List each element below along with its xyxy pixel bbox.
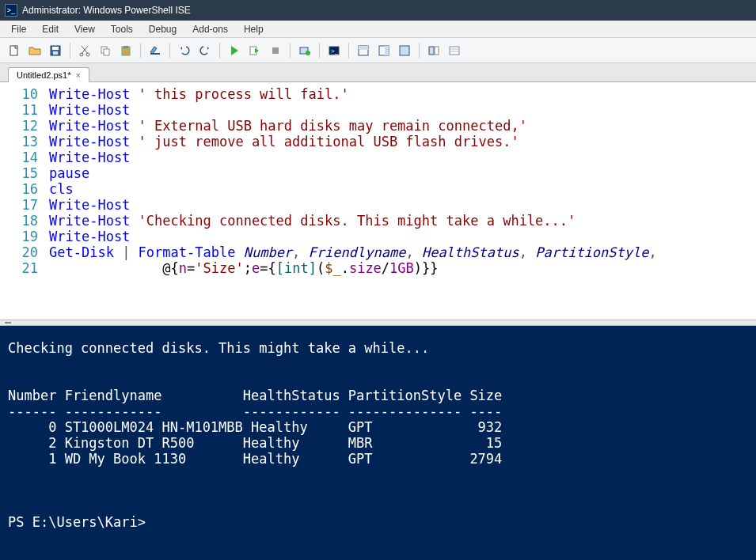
- toolbar-separator: [348, 43, 349, 59]
- menu-bar: File Edit View Tools Debug Add-ons Help: [0, 21, 756, 38]
- svg-rect-10: [150, 53, 160, 55]
- code-content[interactable]: Get-Disk | Format-Table Number, Friendly…: [49, 244, 756, 260]
- code-content[interactable]: Write-Host: [49, 229, 756, 244]
- line-number: 15: [0, 165, 49, 181]
- code-line[interactable]: 11Write-Host: [0, 102, 756, 118]
- line-number: 11: [0, 102, 49, 118]
- menu-file[interactable]: File: [3, 22, 34, 36]
- svg-rect-25: [450, 48, 458, 50]
- toolbar-separator: [70, 43, 70, 59]
- svg-point-14: [306, 51, 310, 55]
- code-content[interactable]: cls: [49, 181, 756, 197]
- menu-tools[interactable]: Tools: [103, 22, 141, 36]
- line-number: 10: [0, 86, 49, 102]
- code-content[interactable]: @{n='Size';e={[int]($_.size/1GB)}}: [49, 260, 756, 276]
- code-line[interactable]: 16cls: [0, 181, 756, 197]
- code-content[interactable]: Write-Host: [49, 102, 756, 118]
- svg-rect-22: [429, 47, 434, 55]
- toolbar-separator: [140, 43, 141, 59]
- run-selection-button[interactable]: [245, 41, 264, 60]
- line-number: 19: [0, 229, 49, 244]
- menu-edit[interactable]: Edit: [34, 22, 66, 36]
- svg-rect-0: [10, 46, 17, 55]
- toolbar-separator: [169, 43, 170, 59]
- new-button[interactable]: [5, 41, 24, 60]
- clear-button[interactable]: [146, 41, 165, 60]
- stop-button[interactable]: [266, 41, 285, 60]
- svg-text:>_: >_: [331, 47, 339, 55]
- close-icon[interactable]: ×: [76, 70, 81, 80]
- code-content[interactable]: Write-Host ' just remove all additional …: [49, 134, 756, 149]
- paste-button[interactable]: [116, 41, 135, 60]
- svg-rect-7: [104, 49, 109, 55]
- svg-rect-2: [52, 47, 59, 50]
- code-line[interactable]: 10Write-Host ' this process will fail.': [0, 86, 756, 102]
- code-line[interactable]: 17Write-Host: [0, 197, 756, 213]
- code-content[interactable]: Write-Host ' this process will fail.': [49, 86, 756, 102]
- code-line[interactable]: 21 @{n='Size';e={[int]($_.size/1GB)}}: [0, 260, 756, 276]
- code-line[interactable]: 15pause: [0, 165, 756, 181]
- code-line[interactable]: 19Write-Host: [0, 229, 756, 244]
- toolbar-separator: [419, 43, 420, 59]
- tab-untitled2[interactable]: Untitled2.ps1* ×: [8, 67, 89, 82]
- title-bar: >_ Administrator: Windows PowerShell ISE: [0, 0, 756, 21]
- line-number: 17: [0, 197, 49, 213]
- show-command-button[interactable]: [424, 41, 443, 60]
- code-content[interactable]: Write-Host 'Checking connected disks. Th…: [49, 213, 756, 229]
- app-icon: >_: [5, 4, 17, 17]
- line-number: 13: [0, 134, 49, 149]
- line-number: 20: [0, 244, 49, 260]
- new-remote-tab-button[interactable]: [295, 41, 314, 60]
- toolbar-separator: [290, 43, 291, 59]
- toolbar-separator: [219, 43, 220, 59]
- svg-rect-23: [435, 47, 439, 55]
- svg-rect-12: [272, 47, 279, 54]
- svg-rect-9: [123, 46, 128, 48]
- window-title: Administrator: Windows PowerShell ISE: [22, 5, 191, 16]
- undo-button[interactable]: [175, 41, 194, 60]
- toolbar-separator: [319, 43, 320, 59]
- code-content[interactable]: pause: [49, 165, 756, 181]
- line-number: 12: [0, 118, 49, 134]
- code-line[interactable]: 14Write-Host: [0, 149, 756, 165]
- line-number: 18: [0, 213, 49, 229]
- show-script-right-button[interactable]: [374, 41, 393, 60]
- svg-rect-20: [385, 46, 389, 55]
- svg-rect-21: [400, 46, 409, 55]
- code-line[interactable]: 13Write-Host ' just remove all additiona…: [0, 134, 756, 149]
- line-number: 14: [0, 149, 49, 165]
- redo-button[interactable]: [196, 41, 215, 60]
- save-button[interactable]: [46, 41, 65, 60]
- code-line[interactable]: 18Write-Host 'Checking connected disks. …: [0, 213, 756, 229]
- copy-button[interactable]: [96, 41, 115, 60]
- tab-strip: Untitled2.ps1* ×: [0, 63, 756, 82]
- script-pane[interactable]: 10Write-Host ' this process will fail.'1…: [0, 82, 756, 320]
- toolbar: >_: [0, 38, 756, 63]
- svg-rect-3: [53, 51, 58, 55]
- line-number: 16: [0, 181, 49, 197]
- show-script-top-button[interactable]: [354, 41, 373, 60]
- console-pane[interactable]: Checking connected disks. This might tak…: [0, 326, 756, 560]
- cut-button[interactable]: [75, 41, 94, 60]
- svg-rect-26: [450, 51, 458, 52]
- code-content[interactable]: Write-Host: [49, 149, 756, 165]
- run-button[interactable]: [225, 41, 244, 60]
- start-powershell-button[interactable]: >_: [325, 41, 344, 60]
- code-content[interactable]: Write-Host: [49, 197, 756, 213]
- menu-help[interactable]: Help: [236, 22, 272, 36]
- menu-addons[interactable]: Add-ons: [184, 22, 236, 36]
- menu-view[interactable]: View: [66, 22, 103, 36]
- tab-label: Untitled2.ps1*: [17, 70, 71, 80]
- menu-debug[interactable]: Debug: [141, 22, 184, 36]
- line-number: 21: [0, 260, 49, 276]
- code-content[interactable]: Write-Host ' External USB hard disks may…: [49, 118, 756, 134]
- show-script-max-button[interactable]: [395, 41, 414, 60]
- code-line[interactable]: 12Write-Host ' External USB hard disks m…: [0, 118, 756, 134]
- show-command-addon-button[interactable]: [445, 41, 464, 60]
- open-button[interactable]: [25, 41, 44, 60]
- splitter[interactable]: [0, 320, 756, 326]
- svg-rect-18: [359, 46, 368, 50]
- code-line[interactable]: 20Get-Disk | Format-Table Number, Friend…: [0, 244, 756, 260]
